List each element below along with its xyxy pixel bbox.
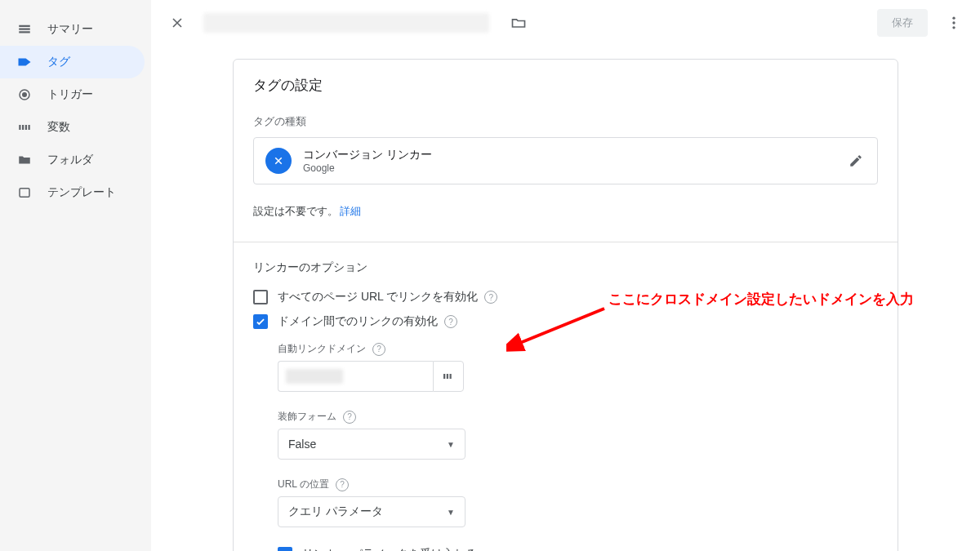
help-icon[interactable]: ? (336, 478, 349, 491)
select-value: False (288, 438, 316, 451)
svg-rect-8 (29, 125, 30, 130)
scroll-area[interactable]: タグの設定 タグの種類 コンバージョン リンカー Google 設定は不要です。… (151, 46, 980, 551)
sidebar-label: トリガー (47, 87, 93, 102)
select-value: クエリ パラメータ (288, 504, 383, 519)
sidebar-label: サマリー (47, 22, 93, 37)
close-button[interactable] (161, 7, 194, 39)
help-icon[interactable]: ? (372, 343, 385, 356)
tag-title-redacted (203, 13, 489, 33)
autolink-domain-input[interactable] (278, 361, 433, 392)
options-title: リンカーのオプション (234, 242, 898, 285)
tag-icon (16, 54, 33, 70)
checkbox-accept-linker[interactable]: リンカー パラメータを受け入れる (278, 542, 898, 551)
chk-label: リンカー パラメータを受け入れる (302, 547, 477, 551)
decorate-label: 装飾フォーム ? (278, 410, 898, 424)
svg-rect-0 (19, 25, 30, 27)
checkbox-cross-domain[interactable]: ドメイン間でのリンクの有効化 ? (234, 309, 898, 334)
folder-button[interactable] (502, 7, 535, 39)
svg-rect-7 (25, 125, 27, 130)
dashboard-icon (16, 21, 33, 38)
sidebar-label: テンプレート (47, 185, 116, 200)
save-button[interactable]: 保存 (877, 9, 928, 37)
sidebar-label: フォルダ (47, 153, 93, 167)
tag-type-row[interactable]: コンバージョン リンカー Google (253, 137, 878, 184)
sidebar-label: タグ (47, 55, 70, 69)
decorate-select[interactable]: False ▼ (278, 429, 466, 460)
crossdomain-options: 自動リンクドメイン ? 装飾フォーム ? F (234, 342, 898, 551)
svg-rect-13 (443, 374, 445, 379)
urlpos-label: URL の位置 ? (278, 478, 898, 491)
type-label: タグの種類 (234, 103, 898, 132)
checkbox-checked-icon (253, 314, 268, 329)
topbar: 保存 (151, 0, 980, 46)
type-vendor: Google (303, 162, 432, 174)
svg-rect-2 (19, 31, 30, 33)
svg-rect-14 (447, 374, 448, 379)
variable-picker-button[interactable] (433, 361, 464, 392)
type-name: コンバージョン リンカー (303, 148, 432, 162)
conversion-linker-icon (265, 148, 292, 174)
sidebar-label: 変数 (47, 120, 70, 135)
info-link[interactable]: 詳細 (340, 205, 361, 217)
checkbox-checked-icon (278, 547, 292, 551)
help-icon[interactable]: ? (343, 411, 356, 424)
help-icon[interactable]: ? (444, 315, 457, 328)
tag-config-card: タグの設定 タグの種類 コンバージョン リンカー Google 設定は不要です。… (233, 59, 898, 551)
svg-rect-15 (450, 374, 452, 379)
variables-icon (16, 119, 33, 136)
sidebar-item-templates[interactable]: テンプレート (0, 176, 145, 209)
info-text: 設定は不要です。 (253, 205, 338, 217)
sidebar-item-folders[interactable]: フォルダ (0, 144, 145, 176)
svg-rect-1 (19, 29, 30, 30)
svg-rect-5 (19, 125, 20, 130)
card-title: タグの設定 (234, 60, 898, 103)
svg-point-4 (23, 93, 27, 97)
sidebar-item-tags[interactable]: タグ (0, 46, 145, 78)
help-icon[interactable]: ? (484, 291, 497, 304)
sidebar: サマリー タグ トリガー 変数 フォルダ テンプレート (0, 0, 151, 551)
sidebar-item-summary[interactable]: サマリー (0, 13, 145, 46)
chevron-down-icon: ▼ (447, 440, 455, 449)
chk-label: すべてのページ URL でリンクを有効化 (278, 290, 478, 304)
trigger-icon (16, 87, 33, 103)
sidebar-item-triggers[interactable]: トリガー (0, 78, 145, 111)
svg-point-12 (952, 26, 955, 29)
chk-label: ドメイン間でのリンクの有効化 (278, 314, 438, 329)
chevron-down-icon: ▼ (447, 508, 455, 517)
info-line: 設定は不要です。詳細 (234, 191, 898, 235)
template-icon (16, 184, 33, 201)
autolink-label: 自動リンクドメイン ? (278, 342, 898, 356)
main-panel: 保存 タグの設定 タグの種類 コンバージョン リンカー Google (151, 0, 980, 551)
more-menu-button[interactable] (938, 7, 970, 39)
svg-point-10 (952, 17, 955, 20)
svg-rect-9 (20, 189, 29, 198)
svg-point-11 (952, 21, 955, 24)
folder-icon (16, 152, 33, 168)
urlpos-select[interactable]: クエリ パラメータ ▼ (278, 496, 466, 527)
checkbox-all-pages[interactable]: すべてのページ URL でリンクを有効化 ? (234, 285, 898, 309)
sidebar-item-variables[interactable]: 変数 (0, 111, 145, 144)
checkbox-icon (253, 290, 268, 304)
edit-type-button[interactable] (846, 151, 866, 171)
svg-rect-6 (22, 125, 24, 130)
